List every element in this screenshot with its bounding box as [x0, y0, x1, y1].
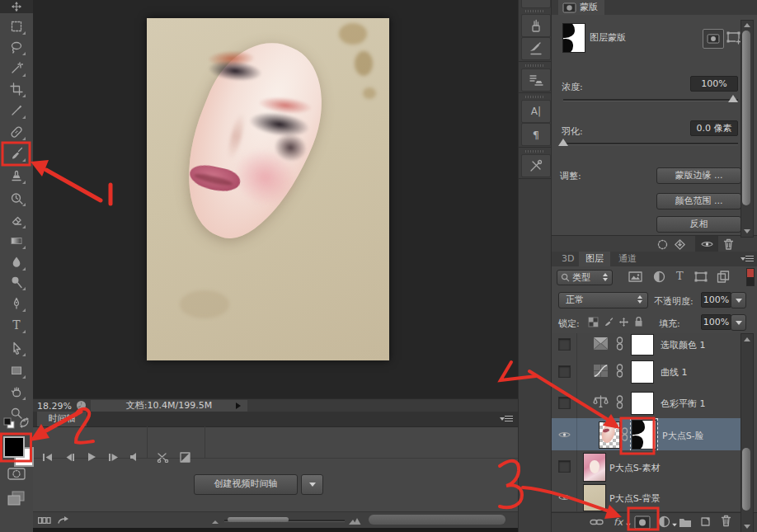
lock-position-icon[interactable]	[618, 317, 629, 327]
apply-mask-icon[interactable]	[674, 238, 686, 250]
quick-mask-button[interactable]	[7, 468, 26, 480]
adjustment-mask-thumbnail[interactable]	[631, 392, 654, 415]
masks-panel-scrollbar[interactable]	[741, 20, 754, 238]
density-slider[interactable]	[563, 99, 738, 101]
link-layers-icon[interactable]	[590, 518, 604, 526]
eraser-tool[interactable]	[6, 210, 27, 230]
color-range-button[interactable]: 颜色范围 ...	[656, 193, 741, 210]
collapsed-panel-icon[interactable]	[521, 0, 551, 8]
visibility-toggle[interactable]	[558, 365, 571, 378]
create-video-timeline-button[interactable]: 创建视频时间轴	[194, 474, 298, 495]
feather-slider[interactable]	[563, 143, 738, 145]
document-info[interactable]: 文档:10.4M/199.5M	[91, 400, 247, 412]
filter-type-text-icon[interactable]: T	[676, 270, 684, 282]
layer-row-background[interactable]: P大点S-背景	[552, 483, 741, 512]
hand-tool[interactable]	[6, 382, 27, 402]
first-frame-button[interactable]	[38, 450, 56, 464]
screen-mode-button[interactable]	[7, 490, 26, 506]
visibility-toggle[interactable]	[558, 460, 571, 473]
create-timeline-dropdown[interactable]	[301, 474, 323, 495]
delete-mask-icon[interactable]	[723, 238, 734, 250]
density-slider-thumb[interactable]	[728, 95, 738, 102]
tool-presets-panel-icon[interactable]	[521, 154, 551, 177]
brush-presets-panel-icon[interactable]	[521, 37, 551, 60]
new-adjustment-layer-icon[interactable]	[658, 516, 670, 528]
brush-panel-icon[interactable]	[521, 14, 551, 37]
layer-row-face[interactable]: P大点S-脸	[552, 418, 741, 451]
document-canvas[interactable]	[147, 18, 389, 360]
gradient-tool[interactable]	[6, 231, 27, 251]
add-layer-mask-button[interactable]	[634, 516, 651, 530]
select-pixel-mask-button[interactable]	[703, 29, 724, 49]
next-frame-button[interactable]	[104, 450, 122, 464]
pen-tool[interactable]	[6, 294, 27, 313]
layer-row-selective-color[interactable]: 选取颜色 1	[552, 333, 741, 356]
visibility-toggle[interactable]	[558, 397, 571, 409]
add-vector-mask-button[interactable]	[726, 31, 742, 45]
mask-link-icon[interactable]	[616, 364, 623, 378]
tab-3d[interactable]: 3D	[555, 252, 581, 266]
lasso-tool[interactable]	[6, 37, 27, 57]
path-select-tool[interactable]	[6, 338, 27, 358]
filter-shape-icon[interactable]	[694, 271, 708, 283]
timeline-hscroll-thumb[interactable]	[369, 515, 505, 525]
filter-smart-object-icon[interactable]	[717, 271, 730, 283]
material-layer-thumbnail[interactable]	[583, 453, 606, 482]
layer-row-color-balance[interactable]: 色彩平衡 1	[552, 387, 741, 419]
layer-row-material[interactable]: P大点S-素材	[552, 450, 741, 483]
face-layer-mask-thumbnail[interactable]	[632, 420, 656, 450]
clone-source-panel-icon[interactable]	[521, 68, 551, 92]
fill-dropdown-button[interactable]	[731, 314, 746, 331]
visibility-eye-icon[interactable]	[558, 493, 571, 501]
layer-mask-thumbnail-large[interactable]	[562, 23, 585, 53]
healing-brush-tool[interactable]	[6, 122, 27, 142]
timeline-panel-menu-icon[interactable]	[500, 416, 513, 423]
filter-image-icon[interactable]	[628, 271, 642, 283]
eyedropper-tool[interactable]	[6, 101, 27, 120]
layer-name[interactable]: P大点S-脸	[662, 430, 704, 442]
mute-audio-button[interactable]	[125, 450, 143, 464]
tab-channels[interactable]: 通道	[612, 252, 643, 266]
character-panel-icon[interactable]: A|	[521, 100, 551, 123]
blur-tool[interactable]	[6, 252, 27, 272]
lock-all-icon[interactable]	[633, 316, 644, 327]
blend-mode-dropdown[interactable]: 正常	[558, 292, 648, 308]
opacity-value[interactable]: 100%	[701, 292, 731, 308]
magic-wand-tool[interactable]	[6, 59, 27, 78]
feather-value[interactable]: 0.0 像素	[690, 120, 738, 136]
timeline-zoom-thumb[interactable]	[228, 517, 289, 522]
crop-tool[interactable]	[6, 79, 27, 99]
filter-adjustment-icon[interactable]	[653, 271, 665, 283]
new-layer-icon[interactable]	[699, 516, 712, 528]
adjustment-mask-thumbnail[interactable]	[631, 334, 654, 355]
zoom-out-mountain-icon[interactable]	[211, 519, 219, 525]
mask-link-icon[interactable]	[616, 395, 623, 409]
paragraph-panel-icon[interactable]: ¶	[521, 123, 551, 146]
fill-value[interactable]: 100%	[701, 314, 731, 330]
filter-type-dropdown[interactable]: 类型	[557, 270, 613, 285]
layer-row-curves[interactable]: 曲线 1	[552, 355, 741, 388]
zoom-in-mountain-icon[interactable]	[348, 517, 361, 525]
history-brush-tool[interactable]	[6, 188, 27, 208]
dodge-tool[interactable]	[6, 272, 27, 292]
face-layer-thumbnail[interactable]	[599, 421, 620, 449]
load-mask-selection-icon[interactable]	[657, 239, 668, 250]
opacity-dropdown-button[interactable]	[731, 292, 746, 308]
previous-frame-button[interactable]	[60, 450, 78, 464]
mask-link-icon[interactable]	[621, 427, 628, 441]
brush-tool[interactable]	[6, 144, 27, 163]
convert-frames-icon[interactable]	[38, 517, 51, 524]
background-layer-thumbnail[interactable]	[583, 484, 606, 511]
move-tool[interactable]	[0, 0, 33, 13]
layer-name[interactable]: 曲线 1	[661, 366, 688, 379]
visibility-toggle[interactable]	[558, 338, 571, 351]
disable-mask-button[interactable]	[695, 236, 718, 252]
tab-masks[interactable]: 蒙版	[558, 0, 604, 15]
type-tool[interactable]: T	[6, 315, 27, 335]
layer-name[interactable]: 选取颜色 1	[661, 339, 706, 351]
swap-colors-icon[interactable]	[18, 417, 31, 429]
zoom-level[interactable]: 18.29%	[37, 401, 72, 412]
tab-timeline[interactable]: 时间轴	[37, 412, 87, 426]
tab-layers[interactable]: 图层	[579, 252, 610, 266]
layer-name[interactable]: P大点S-素材	[609, 462, 661, 474]
